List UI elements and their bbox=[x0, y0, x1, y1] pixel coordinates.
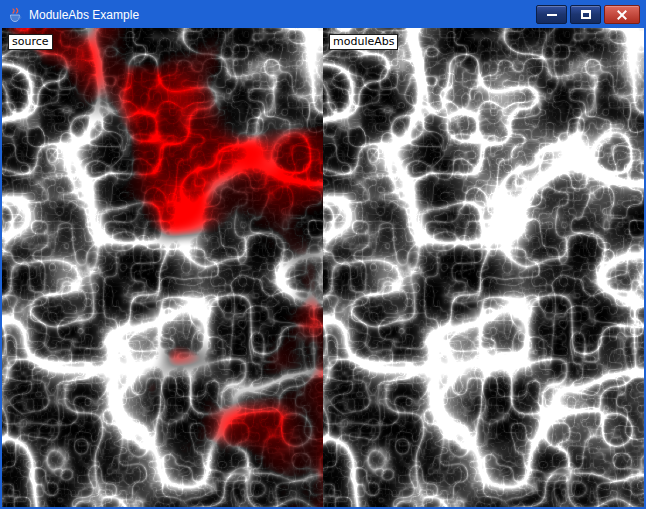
minimize-icon bbox=[547, 14, 557, 16]
window-controls bbox=[536, 5, 640, 24]
source-label: source bbox=[8, 34, 53, 50]
app-window: ModuleAbs Example source moduleAbs bbox=[0, 0, 646, 509]
source-image bbox=[2, 28, 323, 507]
window-title: ModuleAbs Example bbox=[29, 8, 139, 22]
close-icon bbox=[616, 9, 628, 21]
moduleabs-image bbox=[323, 28, 644, 507]
close-button[interactable] bbox=[604, 5, 640, 24]
minimize-button[interactable] bbox=[536, 5, 567, 24]
maximize-button[interactable] bbox=[570, 5, 601, 24]
image-panels: source moduleAbs bbox=[2, 28, 644, 507]
moduleabs-label: moduleAbs bbox=[329, 34, 398, 50]
maximize-icon bbox=[581, 10, 591, 19]
titlebar[interactable]: ModuleAbs Example bbox=[2, 2, 644, 28]
java-coffee-cup-icon bbox=[7, 7, 23, 23]
